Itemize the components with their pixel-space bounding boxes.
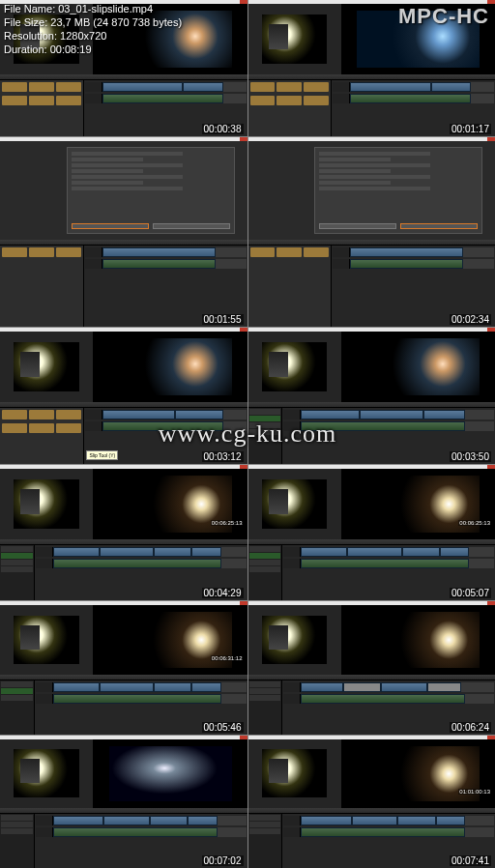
timecode-overlay: 01:01:00:13 [458,789,491,795]
timestamp-label: 00:03:50 [450,451,491,462]
thumbnail[interactable]: 00:06:24 [248,601,496,734]
program-monitor: 00:06:25:13 [342,469,495,539]
folder-icon [29,410,54,420]
source-monitor [248,4,342,74]
source-monitor [0,739,94,808]
timestamp-label: 00:01:17 [450,124,491,134]
folder-icon [56,247,81,257]
folder-icon [277,82,302,92]
timestamp-label: 00:04:29 [202,588,244,598]
project-panel [0,246,84,327]
tools-panel [248,408,283,464]
tools-panel [0,814,35,868]
folder-icon [277,247,302,257]
folder-icon [304,247,329,257]
folder-icon [2,247,27,257]
program-monitor [94,332,247,402]
tooltip: Slip Tool (Y) [86,450,118,460]
folder-icon [277,96,302,105]
project-panel [248,80,333,136]
source-monitor [248,332,342,402]
folder-icon [2,410,27,420]
player-logo: MPC-HC [398,4,489,29]
folder-icon [56,82,81,92]
folder-icon [56,423,81,433]
folder-icon [2,423,27,433]
preferences-dialog [67,147,235,233]
timecode-overlay: 00:06:25:13 [211,520,244,526]
dialog-button [153,223,230,229]
folder-icon [56,410,81,420]
source-monitor [0,332,94,402]
program-monitor [342,605,495,674]
preferences-dialog [314,147,482,233]
source-monitor [0,469,94,539]
folder-icon [29,96,54,105]
source-monitor [0,605,94,674]
folder-icon [250,82,276,92]
program-monitor [342,332,495,402]
project-panel [0,80,84,136]
source-monitor [248,739,342,808]
timecode-overlay: 00:06:31:12 [211,655,244,661]
timestamp-label: 00:07:41 [450,855,491,866]
dialog-button [319,223,396,229]
timestamp-label: 00:03:12 [202,451,244,462]
project-panel [0,408,84,464]
folder-icon [2,82,27,92]
thumbnail[interactable]: 00:02:34 [248,137,496,326]
thumbnail[interactable]: 01:01:00:13 00:07:41 [248,736,496,868]
timestamp-label: 00:00:38 [202,124,244,134]
folder-icon [56,96,81,105]
program-monitor: 00:06:31:12 [94,605,247,674]
dialog-button [400,223,478,229]
tools-panel [0,680,35,735]
thumbnail[interactable]: 00:07:02 [0,736,248,868]
folder-icon [250,96,276,105]
thumbnail[interactable]: 00:03:50 [248,328,496,464]
thumbnail[interactable]: Slip Tool (Y) 00:03:12 [0,328,248,464]
tools-panel [248,680,283,735]
thumbnail[interactable]: 00:06:31:12 00:05:46 [0,601,248,734]
thumbnail[interactable]: 00:06:25:13 00:05:07 [248,465,496,600]
folder-icon [29,423,54,433]
thumbnail[interactable]: 00:06:25:13 00:04:29 [0,465,248,600]
program-monitor: 00:06:25:13 [94,469,247,539]
program-monitor: 01:01:00:13 [342,739,495,808]
thumbnail[interactable]: 00:01:55 [0,137,248,326]
thumbnail-grid: 00:00:38 00:01:17 [0,0,495,868]
folder-icon [29,82,54,92]
project-panel [248,246,333,327]
timestamp-label: 00:01:55 [202,314,244,325]
source-monitor [248,469,342,539]
file-info-overlay: File Name: 03_01-slipslide.mp4 File Size… [4,2,182,56]
timestamp-label: 00:05:46 [202,722,244,733]
timestamp-label: 00:02:34 [450,314,491,325]
tools-panel [248,545,283,600]
timestamp-label: 00:07:02 [202,855,244,866]
source-monitor [248,605,342,674]
timestamp-label: 00:05:07 [450,588,491,598]
dialog-button [72,223,149,229]
folder-icon [304,96,329,105]
folder-icon [304,82,329,92]
timestamp-label: 00:06:24 [450,722,491,733]
folder-icon [250,247,276,257]
timecode-overlay: 00:06:25:13 [458,520,491,526]
folder-icon [2,96,27,105]
program-monitor [94,739,247,808]
tools-panel [248,814,283,868]
folder-icon [29,247,54,257]
tools-panel [0,545,35,600]
